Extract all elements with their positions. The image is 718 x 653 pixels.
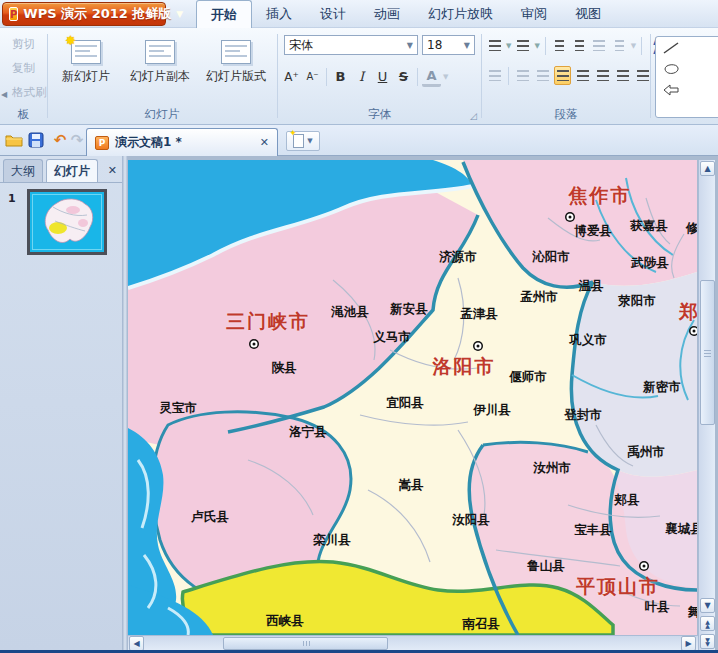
city-marker (567, 214, 574, 221)
font-group-label: 字体 (278, 107, 481, 122)
map-label: 洛阳市 (433, 354, 496, 380)
map-label: 宝丰县 (574, 522, 612, 539)
slide-map-image[interactable]: 焦作市三门峡市洛阳市郑州平顶山市济源市沁阳市博爱县获嘉县修武陟县孟州市温县荥阳市… (128, 160, 697, 635)
tab-design[interactable]: 设计 (306, 0, 360, 28)
vertical-scroll-thumb[interactable] (700, 280, 715, 425)
chevron-down-icon[interactable]: ▼ (506, 42, 511, 50)
scroll-up-icon[interactable]: ▲ (700, 161, 715, 176)
arrow-shape-icon[interactable] (662, 83, 680, 97)
decrease-indent-button[interactable] (551, 36, 568, 55)
justify-button[interactable] (614, 66, 631, 85)
scroll-down-icon[interactable]: ▼ (700, 598, 715, 613)
tab-insert[interactable]: 插入 (252, 0, 306, 28)
separator (326, 68, 327, 86)
new-document-button[interactable]: ▼ (286, 131, 320, 151)
font-family-select[interactable]: 宋体 ▼ (284, 35, 418, 55)
distribute-text-button[interactable] (634, 66, 651, 85)
outline-tab[interactable]: 大纲 (3, 159, 43, 182)
cut-button[interactable]: 剪切 (12, 37, 35, 52)
horizontal-scrollbar[interactable]: ◀ ▶ (128, 635, 698, 651)
chevron-down-icon: ▼ (631, 42, 636, 50)
slides-tab[interactable]: 幻灯片 (46, 159, 98, 182)
map-label: 渑池县 (331, 304, 369, 321)
shapes-gallery-panel (655, 36, 718, 118)
numbering-button[interactable] (514, 36, 531, 55)
map-label: 叶县 (645, 599, 670, 616)
document-tab[interactable]: P 演示文稿1 * ✕ (86, 128, 278, 156)
chevron-down-icon: ▼ (443, 73, 448, 81)
map-label: 舞 (688, 604, 697, 621)
save-icon[interactable] (26, 130, 46, 150)
scroll-left-icon[interactable]: ◀ (129, 636, 144, 651)
map-label: 焦作市 (569, 183, 632, 209)
freeform-shape-icon[interactable] (662, 61, 680, 77)
tab-review[interactable]: 审阅 (507, 0, 561, 28)
tab-home[interactable]: 开始 (196, 0, 252, 28)
slide-layout-button[interactable]: 幻灯片版式 (200, 34, 272, 110)
wps-logo-icon: P (9, 7, 18, 21)
strikethrough-button[interactable]: S (394, 66, 413, 87)
copy-button[interactable]: 复制 (12, 61, 35, 76)
map-label: 鲁山县 (527, 558, 565, 575)
decrease-para-spacing-button[interactable] (534, 66, 551, 85)
italic-button[interactable]: I (352, 66, 371, 87)
tab-animation[interactable]: 动画 (360, 0, 414, 28)
chevron-down-icon: ▼ (460, 41, 470, 50)
map-label: 禹州市 (627, 444, 665, 461)
duplicate-slide-button[interactable]: 幻灯片副本 (124, 34, 196, 110)
font-dialog-launcher-icon[interactable]: ◿ (470, 111, 477, 121)
map-label: 新密市 (643, 379, 681, 396)
map-label: 修 (686, 220, 697, 237)
map-label: 卢氏县 (191, 509, 229, 526)
bold-button[interactable]: B (331, 66, 350, 87)
shrink-font-button[interactable]: A⁻ (303, 66, 322, 87)
tab-slideshow[interactable]: 幻灯片放映 (414, 0, 507, 28)
chevron-down-icon[interactable]: ▼ (534, 42, 539, 50)
increase-para-spacing-button[interactable] (514, 66, 531, 85)
grow-font-button[interactable]: A⁺ (282, 66, 301, 87)
map-label: 南召县 (462, 616, 500, 633)
close-document-icon[interactable]: ✕ (260, 136, 269, 149)
format-painter-button[interactable]: 格式刷 (12, 85, 47, 100)
vertical-text-button[interactable] (591, 36, 608, 55)
map-label: 嵩县 (399, 477, 424, 494)
previous-slide-button[interactable]: ▲▲ (700, 616, 715, 631)
next-slide-button[interactable]: ▼▼ (700, 634, 715, 649)
open-folder-icon[interactable] (4, 130, 24, 150)
align-center-button[interactable] (574, 66, 591, 85)
map-label: 武陟县 (631, 255, 669, 272)
horizontal-scroll-thumb[interactable] (223, 637, 388, 650)
bullets-button[interactable] (486, 36, 503, 55)
tab-view[interactable]: 视图 (561, 0, 615, 28)
slide-editor-area: 焦作市三门峡市洛阳市郑州平顶山市济源市沁阳市博爱县获嘉县修武陟县孟州市温县荥阳市… (128, 156, 718, 650)
wps-menu-button[interactable]: P WPS 演示 2012 抢鲜版 ▼ (2, 2, 166, 26)
new-slide-button[interactable]: ✸ 新幻灯片 (50, 34, 122, 110)
vertical-scrollbar[interactable]: ▲ ▼ ▲▲ ▼▼ (698, 160, 715, 651)
align-left-button[interactable] (554, 66, 571, 85)
chevron-down-icon: ▼ (176, 9, 183, 19)
slide-layout-icon (221, 40, 251, 64)
close-panel-icon[interactable]: ✕ (108, 164, 117, 177)
map-label: 巩义市 (569, 332, 607, 349)
align-right-button[interactable] (594, 66, 611, 85)
scroll-right-icon[interactable]: ▶ (681, 636, 696, 651)
map-label: 洛宁县 (289, 424, 327, 441)
underline-button[interactable]: U (373, 66, 392, 87)
increase-indent-button[interactable] (571, 36, 588, 55)
chevron-down-icon: ▼ (307, 137, 312, 145)
chevron-down-icon: ▼ (403, 41, 413, 50)
clipboard-group: 剪切 复制 格式刷 板 (0, 28, 47, 125)
redo-icon[interactable]: ↷ (67, 130, 87, 150)
map-label: 孟州市 (520, 289, 558, 306)
map-label: 宜阳县 (386, 395, 424, 412)
font-color-button[interactable]: A (422, 66, 441, 87)
font-size-select[interactable]: 18 ▼ (422, 35, 475, 55)
line-shape-icon[interactable] (662, 41, 680, 55)
map-label: 获嘉县 (630, 218, 668, 235)
ribbon: ◀ 剪切 复制 格式刷 板 ✸ 新幻灯片 幻灯片副本 幻灯片版式 幻灯片 (0, 28, 718, 125)
city-marker (691, 328, 698, 335)
character-spacing-button[interactable] (611, 36, 628, 55)
main-area: 大纲 幻灯片 ✕ 1 (0, 156, 718, 653)
slide-thumbnail[interactable] (27, 189, 107, 255)
wrap-text-button[interactable] (486, 66, 503, 85)
